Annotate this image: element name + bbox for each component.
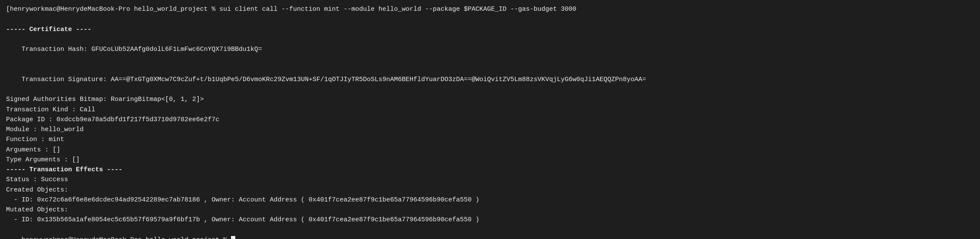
tx-hash-label: Transaction Hash:: [22, 46, 91, 53]
arguments-line: Arguments : []: [6, 145, 974, 155]
mutated-objects-label: Mutated Objects:: [6, 205, 974, 215]
signed-auth-line: Signed Authorities Bitmap: RoaringBitmap…: [6, 94, 974, 104]
function-line: Function : mint: [6, 135, 974, 145]
blank-line: [6, 14, 974, 24]
tx-sig-value: AA==@TxGTg0XMcw7C9cZuf+t/b1UqbPe5/D6vmoK…: [111, 76, 646, 83]
mutated-object-line: - ID: 0x135b565a1afe8054ec5c65b57f69579a…: [6, 215, 974, 225]
final-prompt-line: henryworkmac@HenrydeMacBook-Pro hello_wo…: [6, 225, 974, 239]
tx-sig-line: Transaction Signature: AA==@TxGTg0XMcw7C…: [6, 65, 974, 95]
command-line: [henryworkmac@HenrydeMacBook-Pro hello_w…: [6, 4, 974, 14]
created-objects-label: Created Objects:: [6, 185, 974, 195]
status-line: Status : Success: [6, 175, 974, 185]
tx-hash-line: Transaction Hash: GFUCoLUb52AAfg0dolL6F1…: [6, 35, 974, 65]
cert-divider: ----- Certificate ----: [6, 25, 974, 35]
created-object-line: - ID: 0xc72c6a6f6e8e6dcdec94ad92542289ec…: [6, 195, 974, 205]
effects-divider: ----- Transaction Effects ----: [6, 165, 974, 175]
type-arguments-line: Type Arguments : []: [6, 155, 974, 165]
tx-sig-label: Transaction Signature:: [22, 76, 111, 83]
terminal-window: [henryworkmac@HenrydeMacBook-Pro hello_w…: [6, 4, 974, 239]
package-id-line: Package ID : 0xdccb9ea78a5dbfd1f217f5d37…: [6, 115, 974, 125]
module-line: Module : hello_world: [6, 125, 974, 135]
final-prompt-text: henryworkmac@HenrydeMacBook-Pro hello_wo…: [22, 236, 231, 239]
cursor-block: [231, 236, 235, 239]
tx-kind-line: Transaction Kind : Call: [6, 105, 974, 115]
tx-hash-value: GFUCoLUb52AAfg0dolL6F1LmFwc6CnYQX7i9BBdu…: [91, 46, 262, 53]
